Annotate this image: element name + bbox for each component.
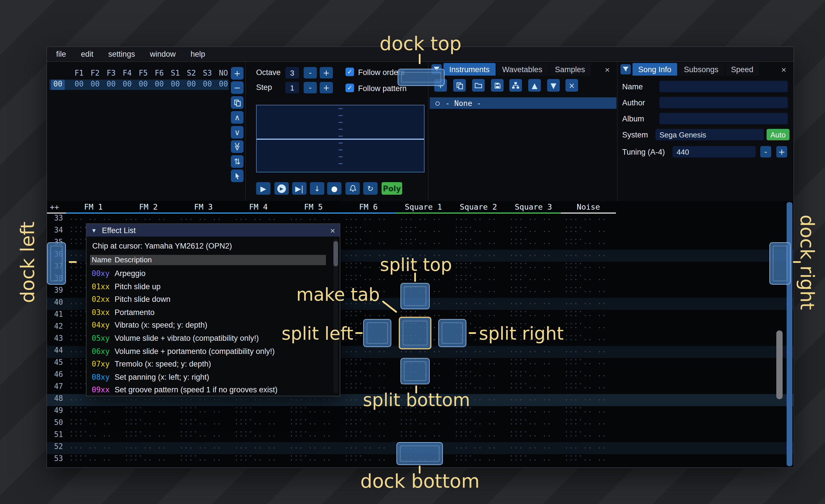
channel-header-fm-1[interactable]: FM 1	[66, 201, 121, 214]
pattern-cell[interactable]: ... .. .. ....	[396, 238, 451, 250]
pattern-cell[interactable]: ... .. .. ....	[506, 250, 561, 262]
octave-input[interactable]: 3	[285, 67, 299, 78]
pattern-cell[interactable]: ... .. .. ....	[506, 394, 561, 406]
play-once-button[interactable]: ▶|	[292, 182, 306, 195]
tuning-minus-button[interactable]: -	[760, 146, 771, 158]
pattern-cell[interactable]: ... .. .. ....	[506, 418, 561, 430]
step-plus-button[interactable]: +	[320, 82, 333, 93]
pattern-cell[interactable]: ... .. .. ....	[396, 430, 451, 442]
tab-speed[interactable]: Speed	[725, 63, 759, 76]
pattern-cell[interactable]: ... .. .. ....	[561, 214, 616, 226]
pattern-cell[interactable]: ... .. .. ....	[506, 346, 561, 358]
order-down-button[interactable]: ∨	[231, 126, 243, 139]
pattern-cell[interactable]: ... .. .. ....	[561, 418, 616, 430]
collapse-icon[interactable]: ▼	[91, 227, 97, 233]
pattern-cell[interactable]: ... .. .. ....	[231, 418, 286, 430]
pattern-cell[interactable]: ... .. .. ....	[176, 418, 231, 430]
pattern-cell[interactable]: ... .. .. ....	[506, 370, 561, 382]
channel-header-square-2[interactable]: Square 2	[451, 201, 506, 214]
pattern-cell[interactable]: ... .. .. ....	[286, 418, 341, 430]
auto-system-button[interactable]: Auto	[766, 129, 790, 140]
pattern-cell[interactable]: ... .. .. ....	[121, 418, 176, 430]
metronome-button[interactable]	[346, 182, 360, 195]
pattern-cell[interactable]: ... .. .. ....	[451, 442, 506, 454]
pattern-cell[interactable]: ... .. .. ....	[341, 430, 396, 442]
pattern-cell[interactable]: ... .. .. ....	[561, 406, 616, 418]
pattern-cell[interactable]: ... .. .. ....	[286, 454, 341, 466]
split-target-top[interactable]	[400, 283, 430, 309]
pattern-cell[interactable]: ... .. .. ....	[396, 226, 451, 238]
pattern-cell[interactable]: ... .. .. ....	[341, 214, 396, 226]
pattern-cell[interactable]: ... .. .. ....	[506, 358, 561, 370]
system-field[interactable]: Sega Genesis	[656, 129, 764, 140]
channel-header-fm-3[interactable]: FM 3	[176, 201, 231, 214]
order-cell[interactable]: 00	[136, 80, 150, 90]
pattern-cell[interactable]: ... .. .. ....	[561, 370, 616, 382]
tab-song-info[interactable]: Song Info	[632, 63, 677, 76]
pattern-cell[interactable]: ... .. .. ....	[451, 370, 506, 382]
play-button[interactable]: ▶	[256, 182, 271, 195]
pattern-cell[interactable]: ... .. .. ....	[231, 442, 286, 454]
name-field[interactable]	[659, 81, 788, 92]
instrument-down-button[interactable]: ▼	[547, 79, 560, 92]
pattern-cell[interactable]: ... .. .. ....	[561, 394, 616, 406]
song-info-close-button[interactable]: ×	[778, 64, 789, 74]
tuning-plus-button[interactable]: +	[776, 146, 787, 158]
poly-mono-button[interactable]: Poly	[382, 182, 402, 195]
author-field[interactable]	[659, 97, 788, 108]
step-minus-button[interactable]: -	[304, 82, 317, 93]
pattern-cell[interactable]: ... .. .. ....	[506, 274, 561, 286]
song-info-filter-button[interactable]	[620, 64, 631, 74]
pattern-corner[interactable]: ++	[47, 201, 66, 214]
order-cell[interactable]: 00	[201, 80, 214, 90]
pattern-cell[interactable]: ... .. .. ....	[506, 262, 561, 274]
order-mouse-mode-button[interactable]	[231, 170, 243, 182]
effect-row[interactable]: 00xyArpeggio	[86, 267, 340, 280]
follow-pattern-checkbox[interactable]: ✓	[346, 84, 354, 92]
pattern-cell[interactable]: ... .. .. ....	[451, 286, 506, 298]
pattern-cell[interactable]: ... .. .. ....	[506, 442, 561, 454]
album-field[interactable]	[659, 113, 788, 124]
effect-row[interactable]: 08xySet panning (x: left; y: right)	[86, 371, 340, 384]
order-cell[interactable]: 00	[184, 80, 198, 90]
effect-list-close-button[interactable]: ×	[330, 224, 335, 237]
pattern-cell[interactable]: ... .. .. ....	[451, 346, 506, 358]
effect-row[interactable]: 07xyTremolo (x: speed; y: depth)	[86, 358, 340, 371]
order-add-button[interactable]: +	[231, 67, 243, 80]
instrument-save-button[interactable]	[491, 79, 504, 92]
stop-button[interactable]: ●	[327, 182, 342, 195]
step-input[interactable]: 1	[285, 82, 299, 93]
effect-row[interactable]: 03xxPortamento	[86, 307, 340, 319]
step-row-button[interactable]: ↓	[310, 182, 324, 195]
instrument-list-item[interactable]: ○- None -	[430, 97, 616, 109]
pattern-cell[interactable]: ... .. .. ....	[506, 382, 561, 394]
instrument-up-button[interactable]: ▲	[528, 79, 541, 92]
order-up-button[interactable]: ∧	[231, 111, 243, 124]
channel-header-fm-6[interactable]: FM 6	[341, 201, 396, 214]
pattern-cell[interactable]: ... .. .. ....	[451, 418, 506, 430]
pattern-cell[interactable]: ... .. .. ....	[506, 310, 561, 322]
channel-header-fm-5[interactable]: FM 5	[286, 201, 341, 214]
pattern-cell[interactable]: ... .. .. ....	[561, 298, 616, 310]
pattern-cell[interactable]: ... .. .. ....	[176, 406, 231, 418]
order-cell[interactable]: 00	[152, 80, 166, 90]
octave-plus-button[interactable]: +	[320, 67, 333, 78]
pattern-cell[interactable]: ... .. .. ....	[341, 346, 396, 358]
pattern-cell[interactable]: ... .. .. ....	[231, 454, 286, 466]
menu-item-edit[interactable]: edit	[81, 50, 94, 59]
pattern-cell[interactable]: ... .. .. ....	[341, 358, 396, 370]
order-cell[interactable]: 00	[217, 80, 230, 90]
pattern-cell[interactable]: ... .. .. ....	[451, 274, 506, 286]
effect-list-scrollbar[interactable]	[333, 239, 338, 394]
pattern-cell[interactable]: ... .. .. ....	[506, 454, 561, 466]
pattern-cell[interactable]: ... .. .. ....	[341, 238, 396, 250]
order-row-index[interactable]: 00	[51, 80, 65, 90]
pattern-cell[interactable]: ... .. .. ....	[121, 430, 176, 442]
pattern-cell[interactable]: ... .. .. ....	[506, 214, 561, 226]
pattern-cell[interactable]: ... .. .. ....	[561, 442, 616, 454]
pattern-cell[interactable]: ... .. .. ....	[451, 454, 506, 466]
tuning-field[interactable]: 440	[673, 146, 756, 158]
pattern-cell[interactable]: ... .. .. ....	[451, 262, 506, 274]
order-cell[interactable]: 00	[72, 80, 86, 90]
pattern-cell[interactable]: ... .. .. ....	[66, 406, 121, 418]
